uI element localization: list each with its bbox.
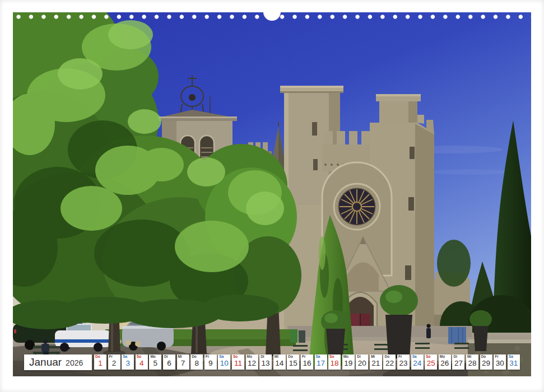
- weekday-label: Fr: [495, 355, 499, 359]
- day-number: 22: [383, 360, 396, 367]
- day-number: 10: [218, 360, 230, 367]
- calendar-day-cell: Di6: [163, 354, 175, 370]
- calendar-day-cell: Fr9: [204, 354, 217, 370]
- day-number: 9: [204, 360, 217, 367]
- calendar-day-cell: Fr2: [108, 354, 120, 370]
- weekday-label: Sa: [412, 355, 417, 359]
- day-number: 14: [273, 360, 286, 367]
- day-number: 21: [370, 360, 382, 367]
- day-number: 8: [190, 360, 203, 367]
- weekday-label: Fr: [109, 355, 113, 359]
- weekday-label: Mo: [343, 355, 348, 359]
- calendar-day-cell: Sa3: [122, 354, 134, 370]
- weekday-label: Mo: [440, 355, 445, 359]
- calendar-day-cell: Do8: [190, 354, 203, 370]
- calendar-day-strip: Do1Fr2Sa3So4Mo5Di6Mi7Do8Fr9Sa10So11Mo12D…: [94, 354, 520, 370]
- weekday-label: Mi: [371, 355, 375, 359]
- calendar-day-cell: Mo5: [149, 354, 161, 370]
- calendar-day-cell: Mi7: [177, 354, 189, 370]
- calendar-day-cell: Mi14: [273, 354, 286, 370]
- month-label: Januar: [29, 354, 62, 370]
- calendar-day-cell: Do15: [287, 354, 299, 370]
- day-number: 11: [232, 360, 244, 367]
- day-number: 28: [466, 360, 478, 367]
- calendar-day-cell: Di27: [452, 354, 464, 370]
- day-number: 13: [259, 360, 272, 367]
- calendar-day-cell: Mo19: [342, 354, 355, 370]
- weekday-label: So: [329, 355, 334, 359]
- weekday-label: Do: [95, 355, 100, 359]
- day-number: 24: [411, 360, 424, 367]
- calendar-sheet: { "calendar": { "month_label": "Januar",…: [0, 0, 544, 392]
- weekday-label: Do: [384, 355, 389, 359]
- calendar-day-cell: Sa24: [411, 354, 424, 370]
- calendar-day-cell: Mo26: [439, 354, 451, 370]
- weekday-label: Mi: [467, 355, 471, 359]
- day-number: 6: [163, 360, 175, 367]
- calendar-day-cell: So25: [425, 354, 437, 370]
- weekday-label: So: [426, 355, 430, 359]
- day-number: 27: [452, 360, 464, 367]
- calendar-day-cell: Fr23: [397, 354, 410, 370]
- day-number: 29: [480, 360, 492, 367]
- calendar-photo: [13, 12, 531, 376]
- calendar-day-cell: So11: [232, 354, 244, 370]
- weekday-label: Mi: [178, 355, 182, 359]
- calendar-day-cell: Fr16: [301, 354, 313, 370]
- weekday-label: Di: [261, 355, 264, 359]
- day-number: 25: [425, 360, 437, 367]
- calendar-day-cell: Sa31: [508, 354, 520, 370]
- day-number: 30: [494, 360, 506, 367]
- day-number: 19: [342, 360, 355, 367]
- calendar-day-cell: Do29: [480, 354, 492, 370]
- day-number: 15: [287, 360, 299, 367]
- calendar-day-cell: Do1: [94, 354, 106, 370]
- calendar-day-cell: Mi28: [466, 354, 478, 370]
- day-number: 3: [122, 360, 134, 367]
- day-number: 20: [356, 360, 368, 367]
- calendar-day-cell: Fr30: [494, 354, 506, 370]
- rose-window: [334, 184, 380, 230]
- day-number: 7: [177, 360, 189, 367]
- weekday-label: Sa: [316, 355, 320, 359]
- weekday-label: So: [137, 355, 141, 359]
- weekday-label: So: [233, 355, 238, 359]
- year-label: 2026: [66, 358, 83, 367]
- calendar-day-cell: So4: [136, 354, 148, 370]
- day-number: 18: [328, 360, 341, 367]
- calendar-day-cell: Di20: [356, 354, 368, 370]
- day-number: 1: [94, 360, 106, 367]
- weekday-label: Sa: [509, 355, 513, 359]
- weekday-label: Di: [164, 355, 168, 359]
- calendar-day-cell: So18: [328, 354, 341, 370]
- day-number: 4: [136, 360, 148, 367]
- day-number: 16: [301, 360, 313, 367]
- weekday-label: Fr: [302, 355, 306, 359]
- weekday-label: Fr: [398, 355, 402, 359]
- weekday-label: Do: [192, 355, 197, 359]
- calendar-day-cell: Mo12: [246, 354, 258, 370]
- hanger-notch: [263, 3, 281, 21]
- weekday-label: Sa: [219, 355, 224, 359]
- day-number: 12: [246, 360, 258, 367]
- day-number: 5: [149, 360, 161, 367]
- calendar-day-cell: Sa17: [315, 354, 327, 370]
- weekday-label: Mo: [247, 355, 252, 359]
- day-number: 26: [439, 360, 451, 367]
- weekday-label: Di: [453, 355, 457, 359]
- weekday-label: Mo: [150, 355, 155, 359]
- weekday-label: Di: [357, 355, 361, 359]
- weekday-label: Mi: [275, 355, 278, 359]
- day-number: 17: [315, 360, 327, 367]
- weekday-label: Sa: [123, 355, 127, 359]
- calendar-day-cell: Di13: [259, 354, 272, 370]
- calendar-day-cell: Do22: [383, 354, 396, 370]
- calendar-day-cell: Sa10: [218, 354, 230, 370]
- photo-scene: [13, 12, 531, 376]
- day-number: 2: [108, 360, 120, 367]
- day-number: 23: [397, 360, 410, 367]
- weekday-label: Do: [288, 355, 293, 359]
- month-year-box: Januar 2026: [24, 354, 92, 370]
- calendar-day-cell: Mi21: [370, 354, 382, 370]
- day-number: 31: [508, 360, 520, 367]
